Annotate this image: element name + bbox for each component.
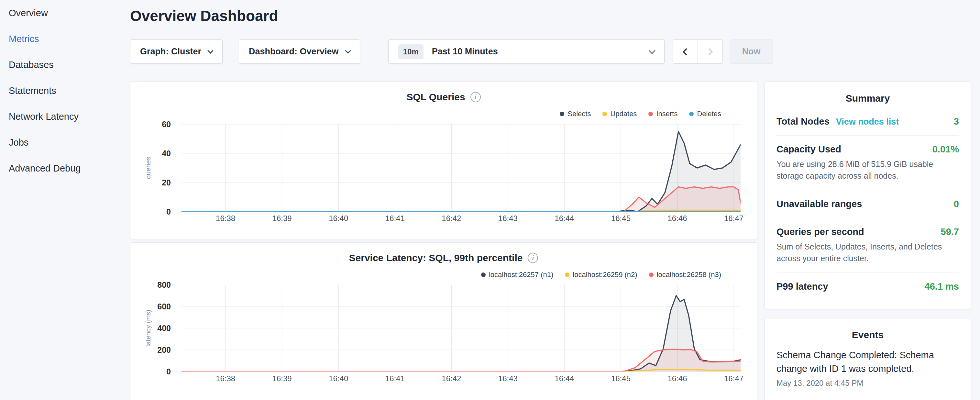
- graph-dropdown-label: Graph: Cluster: [140, 46, 201, 57]
- summary-label: Unavailable ranges: [776, 199, 862, 209]
- chevron-down-icon: [345, 48, 351, 53]
- legend-item: Inserts: [648, 110, 678, 118]
- x-tick-label: 16:42: [442, 214, 461, 223]
- legend-label: Selects: [568, 110, 591, 118]
- events-title: Events: [776, 319, 959, 344]
- side-column: Summary Total Nodes View nodes list 3 Ca…: [765, 81, 971, 400]
- time-step-buttons: [673, 40, 723, 64]
- x-tick-label: 16:41: [385, 214, 405, 223]
- time-range-label: Past 10 Minutes: [432, 46, 498, 57]
- y-tick-label: 600: [157, 302, 171, 311]
- chart-title: Service Latency: SQL, 99th percentile: [349, 252, 523, 263]
- legend-label: localhost:26258 (n3): [657, 271, 721, 279]
- x-tick-label: 16:41: [385, 374, 405, 383]
- chart-svg: [181, 124, 741, 212]
- x-tick-label: 16:39: [272, 374, 292, 383]
- summary-value: 0.01%: [932, 144, 959, 155]
- x-tick-label: 16:40: [329, 374, 348, 383]
- y-tick-label: 60: [162, 120, 171, 129]
- view-nodes-list-link[interactable]: View nodes list: [836, 117, 899, 127]
- main-content: Overview Dashboard Graph: Cluster Dashbo…: [130, 0, 980, 400]
- app-root: Overview Metrics Databases Statements Ne…: [0, 0, 980, 400]
- sidebar-item-advanced-debug[interactable]: Advanced Debug: [0, 155, 130, 181]
- x-axis-ticks: 16:3816:3916:4016:4116:4216:4316:4416:45…: [181, 214, 741, 224]
- info-icon[interactable]: i: [528, 253, 538, 263]
- x-tick-label: 16:45: [611, 374, 631, 383]
- legend-label: Updates: [610, 110, 637, 118]
- sidebar-item-overview[interactable]: Overview: [0, 0, 130, 26]
- y-tick-label: 0: [166, 207, 171, 217]
- x-tick-label: 16:38: [216, 214, 235, 223]
- y-tick-label: 200: [157, 345, 171, 355]
- time-next-button[interactable]: [698, 40, 723, 64]
- chevron-left-icon: [682, 48, 690, 55]
- summary-row-p99-latency: P99 latency 46.1 ms: [776, 273, 959, 300]
- legend-item: localhost:26259 (n2): [565, 271, 637, 279]
- x-tick-label: 16:39: [272, 214, 292, 223]
- summary-label: Total Nodes: [776, 116, 830, 127]
- sidebar: Overview Metrics Databases Statements Ne…: [0, 0, 130, 400]
- info-icon[interactable]: i: [471, 92, 481, 102]
- legend-dot-icon: [560, 112, 564, 116]
- dashboard-dropdown-label: Dashboard: Overview: [249, 46, 339, 57]
- y-tick-label: 400: [157, 324, 171, 333]
- x-tick-label: 16:45: [611, 214, 631, 223]
- x-tick-label: 16:47: [724, 374, 743, 383]
- event-timestamp: May 13, 2020 at 4:45 PM: [776, 379, 959, 388]
- page-title: Overview Dashboard: [130, 7, 980, 25]
- summary-value: 3: [954, 116, 959, 127]
- time-range-badge: 10m: [398, 44, 423, 59]
- now-button[interactable]: Now: [730, 40, 773, 64]
- content-row: SQL Queries i SelectsUpdatesInsertsDelet…: [130, 81, 980, 400]
- legend-item: localhost:26257 (n1): [481, 271, 553, 279]
- legend-label: Inserts: [656, 110, 678, 118]
- x-tick-label: 16:46: [667, 374, 687, 383]
- sidebar-item-databases[interactable]: Databases: [0, 52, 130, 78]
- y-tick-label: 800: [157, 280, 171, 290]
- summary-label: Capacity Used: [776, 144, 841, 155]
- time-range-dropdown[interactable]: 10m Past 10 Minutes: [388, 40, 665, 64]
- chart-legend: SelectsUpdatesInsertsDeletes: [560, 110, 721, 118]
- chart-plot[interactable]: [181, 124, 741, 212]
- legend-dot-icon: [481, 273, 486, 277]
- summary-row-unavailable-ranges: Unavailable ranges 0: [776, 190, 959, 218]
- legend-item: Deletes: [689, 110, 721, 118]
- x-tick-label: 16:43: [498, 374, 518, 383]
- y-tick-label: 0: [166, 367, 171, 376]
- summary-label: Queries per second: [776, 226, 864, 237]
- chart-svg: [181, 285, 741, 371]
- y-tick-label: 20: [162, 178, 171, 187]
- x-tick-label: 16:44: [555, 214, 574, 223]
- sidebar-item-statements[interactable]: Statements: [0, 78, 130, 104]
- dashboard-dropdown[interactable]: Dashboard: Overview: [239, 40, 360, 64]
- service-latency-chart-card: Service Latency: SQL, 99th percentile i …: [130, 242, 757, 400]
- y-axis-ticks: 0200400600800: [130, 285, 171, 371]
- summary-description: You are using 28.6 MiB of 515.9 GiB usab…: [776, 159, 959, 182]
- x-tick-label: 16:40: [329, 214, 348, 223]
- legend-item: localhost:26258 (n3): [649, 271, 721, 279]
- chart-plot[interactable]: [181, 285, 741, 371]
- summary-label: P99 latency: [776, 281, 828, 292]
- time-prev-button[interactable]: [673, 40, 698, 64]
- sidebar-item-network-latency[interactable]: Network Latency: [0, 104, 130, 129]
- summary-row-capacity-used: Capacity Used 0.01% You are using 28.6 M…: [776, 135, 959, 190]
- legend-item: Selects: [560, 110, 591, 118]
- summary-value: 46.1 ms: [925, 281, 959, 292]
- legend-dot-icon: [565, 273, 570, 277]
- legend-item: Updates: [603, 110, 637, 118]
- events-panel: Events Schema Change Completed: Schema c…: [765, 318, 971, 400]
- chart-title-row: Service Latency: SQL, 99th percentile i: [130, 243, 757, 263]
- summary-row-total-nodes: Total Nodes View nodes list 3: [776, 108, 959, 135]
- graph-dropdown[interactable]: Graph: Cluster: [130, 40, 223, 64]
- x-tick-label: 16:38: [216, 374, 235, 383]
- sidebar-item-jobs[interactable]: Jobs: [0, 129, 130, 155]
- summary-title: Summary: [776, 82, 959, 108]
- event-text: Schema Change Completed: Schema change w…: [776, 348, 959, 375]
- event-list-item[interactable]: Schema Change Completed: Schema change w…: [776, 348, 959, 388]
- sql-queries-chart-card: SQL Queries i SelectsUpdatesInsertsDelet…: [130, 81, 757, 239]
- sidebar-item-metrics[interactable]: Metrics: [0, 26, 130, 52]
- controls-bar: Graph: Cluster Dashboard: Overview 10m P…: [130, 40, 980, 64]
- summary-value: 59.7: [941, 226, 959, 237]
- x-tick-label: 16:46: [667, 214, 687, 223]
- chevron-down-icon: [207, 48, 213, 53]
